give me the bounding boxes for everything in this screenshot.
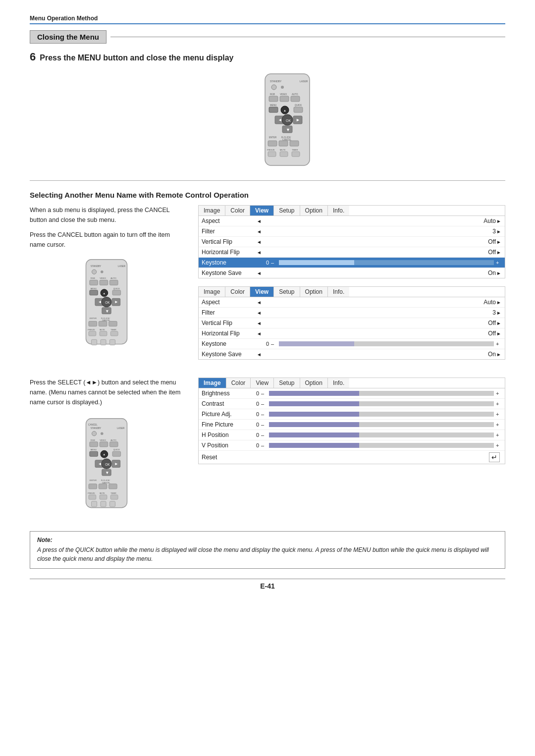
right-col-2: Image Color View Setup Option Info. Brig… (198, 378, 505, 516)
svg-rect-74 (92, 339, 97, 345)
tab-view-2: View (250, 287, 274, 297)
svg-text:CANCEL: CANCEL (102, 482, 110, 484)
svg-text:ENTER: ENTER (269, 136, 277, 139)
section-divider-1 (30, 180, 505, 181)
svg-rect-113 (100, 495, 107, 499)
svg-text:MUTE: MUTE (100, 329, 105, 331)
closing-menu-line (110, 37, 505, 37)
svg-rect-50 (90, 290, 98, 295)
svg-text:▲: ▲ (283, 109, 286, 112)
svg-rect-13 (269, 107, 278, 112)
svg-rect-9 (280, 96, 289, 102)
svg-rect-87 (100, 442, 108, 447)
svg-text:AUTO: AUTO (110, 277, 116, 280)
svg-text:AUTO: AUTO (110, 439, 116, 441)
svg-text:STANDBY: STANDBY (91, 427, 101, 430)
svg-text:►: ► (296, 117, 300, 122)
step-text: Press the MENU button and close the menu… (40, 54, 233, 62)
svg-rect-91 (90, 451, 98, 456)
menu-tabs-1: Image Color View Setup Option Info. (199, 206, 505, 216)
svg-rect-45 (90, 280, 98, 285)
svg-text:MUTE: MUTE (100, 492, 105, 494)
selecting-section-title: Selecting Another Menu Name with Remote … (30, 191, 505, 199)
svg-text:OK: OK (105, 463, 110, 466)
svg-point-41 (101, 270, 104, 273)
svg-text:ENTER: ENTER (90, 317, 97, 320)
svg-rect-94 (112, 451, 121, 456)
svg-text:▼: ▼ (286, 127, 290, 132)
svg-rect-65 (89, 321, 97, 326)
tab-option-main: Option (300, 378, 328, 388)
menu-row-keystone-1: Keystone 0 – + (199, 258, 505, 268)
svg-text:QUICK: QUICK (113, 287, 120, 290)
menu-row-v-position: V Position 0 – + (199, 440, 505, 451)
svg-rect-86 (90, 442, 98, 447)
body-text-1: When a sub menu is displayed, press the … (30, 205, 183, 225)
tab-setup-1: Setup (274, 206, 300, 216)
svg-rect-8 (269, 96, 278, 102)
note-label: Note: (37, 537, 498, 543)
svg-rect-116 (101, 501, 106, 507)
menu-row-hflip-1: Horizontal Flip ◄ Off ► (199, 247, 505, 258)
remote-svg-1: STANDBY LASER RGB VIDEO AUTO MENU QUICK … (255, 71, 320, 170)
svg-text:LASER: LASER (118, 266, 126, 268)
svg-text:TIMER: TIMER (292, 149, 298, 151)
body-text-3: Press the SELECT (◄►) button and select … (30, 378, 183, 407)
note-box: Note: A press of the QUICK button while … (30, 531, 505, 569)
tab-color-main: Color (226, 378, 251, 388)
svg-rect-16 (294, 107, 303, 112)
svg-text:RGB: RGB (270, 93, 275, 96)
svg-text:MENU: MENU (270, 104, 276, 107)
svg-text:MUTE: MUTE (280, 149, 286, 151)
svg-text:▼: ▼ (105, 470, 109, 475)
tab-color-2: Color (225, 287, 250, 297)
menu-row-picture-adj: Picture Adj. 0 – + (199, 409, 505, 420)
tab-setup-2: Setup (274, 287, 300, 297)
svg-rect-72 (100, 331, 107, 336)
step-heading: 6 Press the MENU button and close the me… (30, 51, 505, 63)
svg-point-4 (281, 86, 284, 89)
svg-text:LASER: LASER (117, 427, 125, 430)
svg-text:STANDBY: STANDBY (91, 266, 101, 268)
menu-row-aspect-1: Aspect ◄ Auto ► (199, 216, 505, 226)
svg-text:MENU: MENU (91, 448, 97, 451)
tab-option-2: Option (300, 287, 328, 297)
svg-rect-76 (109, 339, 115, 345)
svg-rect-34 (268, 152, 276, 157)
svg-text:LASER: LASER (300, 80, 308, 83)
tab-image-main: Image (199, 378, 226, 388)
left-col-1: When a sub menu is displayed, press the … (30, 205, 183, 368)
svg-point-3 (271, 85, 276, 90)
svg-text:OK: OK (286, 119, 291, 122)
svg-rect-73 (110, 331, 118, 336)
step-number: 6 (30, 51, 36, 63)
closing-menu-bar: Closing the Menu (30, 30, 505, 44)
svg-rect-67 (109, 321, 117, 326)
svg-text:►: ► (114, 461, 118, 466)
svg-rect-112 (89, 495, 96, 499)
svg-rect-107 (99, 484, 107, 489)
left-col-2: Press the SELECT (◄►) button and select … (30, 378, 183, 516)
section-header: Menu Operation Method (30, 15, 505, 24)
remote-svg-3: CANCEL STANDBY LASER RGB VIDEO AUTO MENU… (77, 412, 136, 516)
svg-point-40 (92, 270, 96, 274)
svg-rect-114 (110, 495, 118, 499)
svg-rect-108 (109, 484, 117, 489)
svg-text:RGB: RGB (91, 439, 95, 441)
svg-text:FREEZE: FREEZE (88, 329, 95, 331)
svg-text:▲: ▲ (103, 453, 106, 456)
tab-setup-main: Setup (274, 378, 300, 388)
menu-row-reset: Reset ↵ (199, 451, 505, 464)
svg-rect-88 (109, 442, 118, 447)
svg-rect-47 (109, 280, 118, 285)
menu-row-filter-2: Filter ◄ 3 ► (199, 308, 505, 318)
svg-rect-35 (280, 152, 288, 157)
svg-rect-29 (279, 141, 288, 146)
menu-ui-image: Image Color View Setup Option Info. Brig… (198, 378, 505, 464)
remote-svg-2: STANDBY LASER RGB VIDEO AUTO MENU QUICK … (77, 255, 136, 351)
tab-view-main: View (251, 378, 274, 388)
svg-text:ENTER: ENTER (90, 479, 97, 482)
tab-image-2: Image (199, 287, 225, 297)
menu-row-fine-picture: Fine Picture 0 – + (199, 420, 505, 430)
closing-menu-label: Closing the Menu (30, 30, 107, 44)
